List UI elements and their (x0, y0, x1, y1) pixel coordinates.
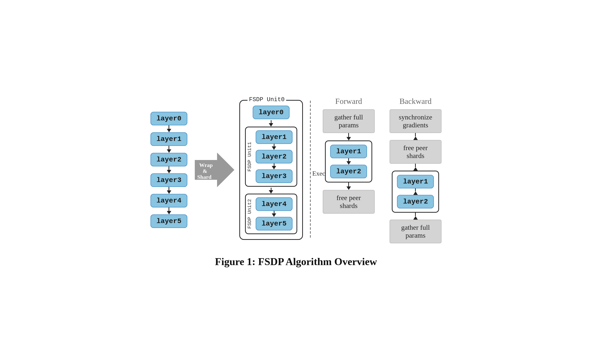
forward-layer1: layer1 (330, 145, 367, 158)
backward-top-box: synchronize gradients (390, 109, 442, 133)
fsdp-unit1-layer1: layer1 (256, 130, 293, 144)
fsdp-unit2-layer5: layer5 (256, 217, 293, 230)
backward-second-box: free peer shards (390, 140, 442, 164)
left-layer2: layer2 (150, 153, 187, 166)
backward-header: Backward (399, 97, 432, 106)
figure-title: Figure 1: FSDP Algorithm Overview (215, 256, 377, 268)
wrap-shard-arrow: Wrap & Shard (195, 150, 234, 190)
backward-column: Backward synchronize gradients free peer… (390, 97, 442, 243)
fsdp-unit1-box: FSDP Unit1 layer1 layer2 layer3 (245, 127, 297, 187)
forward-layer2: layer2 (330, 165, 367, 178)
fsdp-unit0-box: FSDP Unit0 layer0 FSDP Unit1 layer1 laye… (239, 100, 303, 240)
forward-header: Forward (335, 97, 362, 106)
fsdp-unit2-layer4: layer4 (256, 197, 293, 211)
svg-text:&: & (203, 168, 207, 174)
forward-unit-box: layer1 layer2 (325, 140, 372, 182)
forward-top-box: gather full params (323, 109, 375, 133)
left-layer3: layer3 (150, 173, 187, 187)
fsdp-inner-content: layer0 FSDP Unit1 layer1 layer2 layer3 F… (245, 106, 297, 234)
forward-column: Forward gather full params layer1 layer2… (323, 97, 375, 214)
backward-layer1: layer1 (397, 175, 434, 188)
left-layer0: layer0 (150, 112, 187, 125)
fsdp-unit1-layer2: layer2 (256, 150, 293, 163)
fsdp-unit0-label: FSDP Unit0 (247, 96, 286, 103)
fsdp-unit2-label: FSDP Unit2 (247, 199, 252, 229)
left-layer5: layer5 (150, 214, 187, 228)
exec-label: Exec (312, 170, 325, 177)
left-chain: layer0 layer1 layer2 layer3 layer4 layer… (150, 112, 187, 228)
forward-bottom-box: free peer shards (323, 190, 375, 214)
fsdp-unit1-label: FSDP Unit1 (247, 142, 252, 171)
backward-layer2: layer2 (397, 195, 434, 208)
left-layer4: layer4 (150, 194, 187, 207)
svg-text:Shard: Shard (197, 174, 211, 180)
svg-marker-0 (195, 153, 234, 187)
exec-section: Exec (305, 98, 320, 242)
fsdp-unit1-layer3: layer3 (256, 169, 293, 183)
fsdp-unit2-box: FSDP Unit2 layer4 layer5 (245, 194, 297, 234)
diagram-container: layer0 layer1 layer2 layer3 layer4 layer… (150, 97, 442, 243)
left-layer1: layer1 (150, 132, 187, 146)
fsdp-layer0: layer0 (253, 106, 290, 119)
backward-bottom-box: gather full params (390, 220, 442, 243)
backward-unit-box: layer1 layer2 (392, 171, 439, 213)
fb-section: Forward gather full params layer1 layer2… (323, 97, 442, 243)
svg-text:Wrap: Wrap (199, 162, 213, 168)
